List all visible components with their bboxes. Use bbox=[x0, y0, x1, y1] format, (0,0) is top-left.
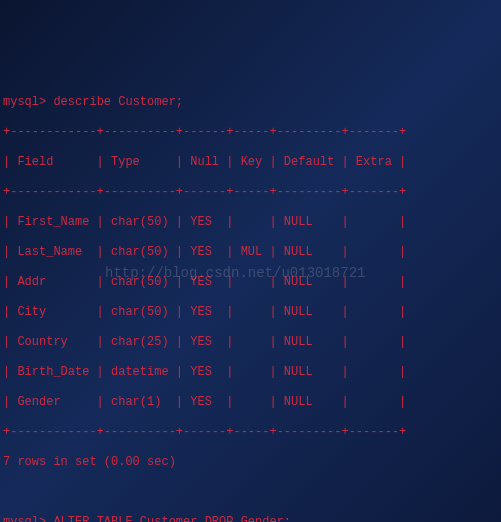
table1-border-mid: +------------+----------+------+-----+--… bbox=[3, 185, 498, 200]
prompt: mysql> bbox=[3, 515, 46, 522]
table1-row-0: | First_Name | char(50) | YES | | NULL |… bbox=[3, 215, 498, 230]
prompt-line-1: mysql> describe Customer; bbox=[3, 95, 498, 110]
table1-row-1: | Last_Name | char(50) | YES | MUL | NUL… bbox=[3, 245, 498, 260]
table1-row-6: | Gender | char(1) | YES | | NULL | | bbox=[3, 395, 498, 410]
table1-border-top: +------------+----------+------+-----+--… bbox=[3, 125, 498, 140]
prompt: mysql> bbox=[3, 95, 46, 109]
result1: 7 rows in set (0.00 sec) bbox=[3, 455, 498, 470]
command-describe-1: describe Customer; bbox=[53, 95, 183, 109]
prompt-line-2: mysql> ALTER TABLE Customer DROP Gender; bbox=[3, 515, 498, 522]
table1-header: | Field | Type | Null | Key | Default | … bbox=[3, 155, 498, 170]
table1-row-2: | Addr | char(50) | YES | | NULL | | bbox=[3, 275, 498, 290]
table1-row-4: | Country | char(25) | YES | | NULL | | bbox=[3, 335, 498, 350]
table1-row-3: | City | char(50) | YES | | NULL | | bbox=[3, 305, 498, 320]
command-alter: ALTER TABLE Customer DROP Gender; bbox=[53, 515, 291, 522]
table1-row-5: | Birth_Date | datetime | YES | | NULL |… bbox=[3, 365, 498, 380]
blank-1 bbox=[3, 485, 498, 500]
table1-border-bottom: +------------+----------+------+-----+--… bbox=[3, 425, 498, 440]
